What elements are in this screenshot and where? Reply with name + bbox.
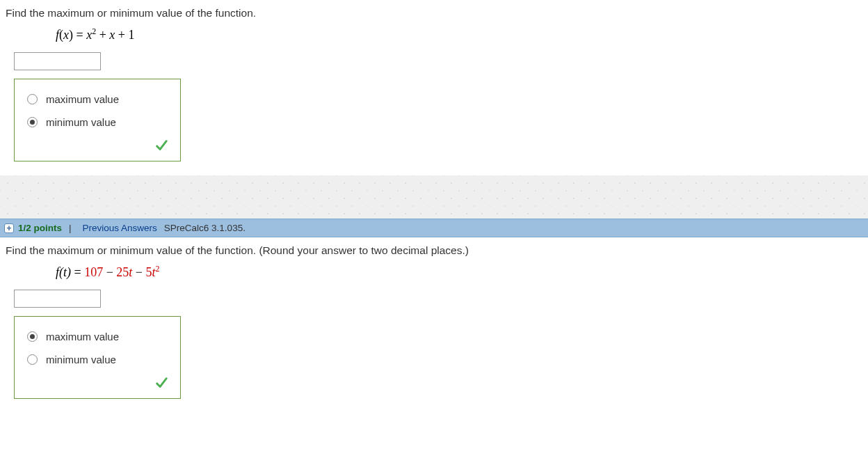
- formula-coef1: 25: [116, 265, 129, 279]
- choice-maximum[interactable]: maximum value: [27, 93, 170, 105]
- formula-minus: −: [103, 265, 116, 279]
- choice-box: maximum value minimum value: [14, 79, 181, 161]
- formula-minus2: −: [132, 265, 145, 279]
- radio-icon[interactable]: [27, 354, 38, 365]
- question-block-1: Find the maximum or minimum value of the…: [0, 0, 868, 175]
- question-block-2: Find the maximum or minimum value of the…: [0, 237, 868, 413]
- correct-check-icon: [155, 379, 168, 391]
- choice-minimum[interactable]: minimum value: [27, 116, 170, 128]
- separator: |: [69, 223, 72, 233]
- question-formula: f(x) = x2 + x + 1: [56, 26, 862, 42]
- question-prompt: Find the maximum or minimum value of the…: [6, 7, 862, 19]
- choice-label: minimum value: [46, 354, 116, 365]
- section-divider: [0, 175, 868, 219]
- choice-label: minimum value: [46, 116, 116, 128]
- choice-label: maximum value: [46, 331, 119, 342]
- radio-icon[interactable]: [27, 117, 38, 127]
- formula-exp: 2: [156, 264, 160, 274]
- question-header: + 1/2 points | Previous Answers SPreCalc…: [0, 219, 868, 237]
- points-label: 1/2 points: [18, 223, 62, 233]
- expand-button[interactable]: +: [4, 223, 14, 233]
- formula-lhs: f(t): [56, 265, 71, 279]
- choice-maximum[interactable]: maximum value: [27, 331, 170, 342]
- choice-label: maximum value: [46, 93, 119, 105]
- question-prompt: Find the maximum or minimum value of the…: [6, 244, 862, 257]
- answer-value-input[interactable]: [14, 290, 101, 308]
- formula-eq: =: [71, 265, 84, 279]
- question-formula: f(t) = 107 − 25t − 5t2: [56, 264, 862, 280]
- radio-icon[interactable]: [27, 331, 38, 342]
- correct-check-icon: [155, 142, 168, 154]
- radio-icon[interactable]: [27, 94, 38, 104]
- choice-box: maximum value minimum value: [14, 316, 181, 399]
- previous-answers-link[interactable]: Previous Answers: [83, 223, 157, 233]
- choice-minimum[interactable]: minimum value: [27, 354, 170, 365]
- question-reference: SPreCalc6 3.1.035.: [164, 223, 246, 233]
- answer-value-input[interactable]: [14, 52, 101, 70]
- formula-const: 107: [84, 265, 103, 279]
